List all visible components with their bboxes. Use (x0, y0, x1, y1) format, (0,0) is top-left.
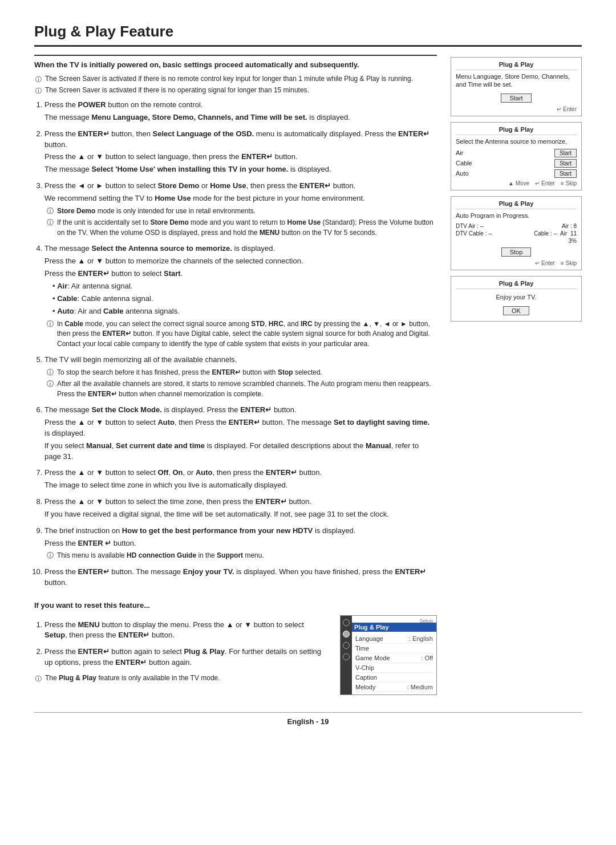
setup-menu-box: Setup Plug & Play Language : English Tim… (340, 615, 437, 695)
sub-note-store-demo: ⓘ Store Demo mode is only intended for u… (47, 206, 437, 216)
step-1: Press the POWER button on the remote con… (44, 100, 437, 123)
hd-guide-note: ⓘ This menu is available HD connection G… (47, 551, 437, 560)
tv-screen-3-nav: ↵ Enter ≡ Skip (456, 260, 577, 266)
tv-screen-2-air: Air Start (456, 149, 577, 157)
tv-dtv-cable-row: DTV Cable : -- Cable : -- Air 11 (456, 230, 577, 237)
tv-stop-btn[interactable]: Stop (501, 247, 532, 257)
tv-screen-1-start-btn[interactable]: Start (501, 94, 531, 103)
tv-label-cable: Cable (456, 160, 472, 166)
tv-screen-2: Plug & Play Select the Antenna source to… (451, 122, 582, 190)
footer: English - 19 (34, 712, 582, 726)
setup-row-time: Time (355, 644, 433, 653)
sub-note-icon-2: ⓘ (47, 218, 54, 238)
stop-note: ⓘ To stop the search before it has finis… (47, 368, 437, 377)
tv-screen-3-btn-row: Stop (456, 246, 577, 258)
hd-guide-note-icon: ⓘ (47, 551, 54, 560)
setup-sidebar (341, 616, 352, 694)
tv-cable-start-btn[interactable]: Start (554, 159, 577, 168)
tv-label-air: Air (456, 149, 463, 156)
tv-screen-1-btn-row: Start (456, 92, 577, 104)
tv-screen-1-title: Plug & Play (456, 61, 577, 70)
note-icon-1: ⓘ (35, 75, 42, 84)
intro-note-1: ⓘ The Screen Saver is activated if there… (34, 75, 437, 84)
tv-screen-1-nav: ↵ Enter (456, 106, 577, 112)
cable-note: ⓘ In Cable mode, you can select the corr… (47, 319, 437, 349)
setup-row-language: Language : English (355, 634, 433, 644)
step-8: Press the ▲ or ▼ button to select the ti… (44, 497, 437, 520)
tv-screen-3: Plug & Play Auto Program in Progress. DT… (451, 196, 582, 270)
step-9: The brief instruction on How to get the … (44, 526, 437, 561)
bullet-auto: Auto: Air and Cable antenna signals. (52, 306, 437, 317)
bullet-air: Air: Air antenna signal. (52, 281, 437, 292)
setup-row-game: Game Mode : Off (355, 653, 433, 663)
reset-note: ⓘ The Plug & Play feature is only availa… (34, 674, 326, 683)
tv-screen-4-btn-row: OK (456, 305, 577, 316)
tv-screen-2-nav: ▲ Move ↵ Enter ≡ Skip (456, 180, 577, 186)
reset-section: If you want to reset this feature... Pre… (34, 601, 437, 695)
tv-screen-4-title: Plug & Play (456, 280, 577, 289)
tv-ok-btn[interactable]: OK (503, 306, 529, 315)
setup-icon-4 (343, 653, 350, 660)
steps-list: Press the POWER button on the remote con… (34, 100, 437, 588)
setup-icon-1 (343, 619, 350, 626)
setup-row-melody: Melody : Medium (355, 682, 433, 692)
antenna-bullets: Air: Air antenna signal. Cable: Cable an… (44, 281, 437, 317)
tv-screen-2-title: Plug & Play (456, 126, 577, 135)
reset-steps-list: Press the MENU button to display the men… (34, 620, 326, 668)
tv-screen-2-cable: Cable Start (456, 159, 577, 168)
tv-label-auto: Auto (456, 170, 469, 177)
setup-content-area: Setup Plug & Play Language : English Tim… (352, 616, 436, 694)
tv-screen-4: Plug & Play Enjoy your TV. OK (451, 276, 582, 322)
setup-row-caption: Caption (355, 673, 433, 682)
tv-screen-1-msg: Menu Language, Store Demo, Channels, and… (456, 72, 577, 89)
tv-screen-2-msg: Select the Antenna source to memorize. (456, 137, 577, 145)
reset-step-1: Press the MENU button to display the men… (44, 620, 326, 641)
step-4: The message Select the Antenna source to… (44, 243, 437, 349)
setup-row-vchip: V-Chip (355, 663, 433, 673)
stop-note-icon: ⓘ (47, 368, 54, 377)
step-3: Press the ◄ or ► button to select Store … (44, 181, 437, 238)
tv-percent: 3% (569, 238, 577, 244)
bullet-cable: Cable: Cable antenna signal. (52, 294, 437, 304)
tv-screen-3-title: Plug & Play (456, 200, 577, 209)
tv-dtv-air-row: DTV Air : -- Air : 8 (456, 223, 577, 229)
setup-icon-3 (343, 642, 350, 649)
tv-screen-1: Plug & Play Menu Language, Store Demo, C… (451, 57, 582, 116)
tv-screen-2-auto: Auto Start (456, 169, 577, 178)
note-icon-2: ⓘ (35, 87, 42, 95)
reset-step-2: Press the ENTER↵ button again to select … (44, 647, 326, 668)
page-title: Plug & Play Feature (34, 23, 582, 47)
step-7: Press the ▲ or ▼ button to select Off, O… (44, 468, 437, 491)
reset-steps: Press the MENU button to display the men… (34, 615, 326, 695)
sub-note-store-demo-2: ⓘ If the unit is accidentally set to Sto… (47, 218, 437, 238)
tv-enjoy-msg: Enjoy your TV. (456, 294, 577, 300)
tv-percent-row: 3% (456, 238, 577, 244)
main-content: When the TV is initially powered on, bas… (34, 55, 437, 695)
tv-air-start-btn[interactable]: Start (554, 149, 577, 157)
cable-note-icon: ⓘ (47, 319, 54, 349)
reset-menu-screen: Setup Plug & Play Language : English Tim… (340, 615, 437, 695)
setup-header: Plug & Play (352, 623, 436, 632)
intro-note-2: ⓘ The Screen Saver is activated if there… (34, 86, 437, 95)
intro-bold: When the TV is initially powered on, bas… (34, 55, 437, 69)
tv-screens-col: Plug & Play Menu Language, Store Demo, C… (451, 55, 582, 695)
step-10: Press the ENTER↵ button. The message Enj… (44, 567, 437, 588)
tv-screen-3-msg: Auto Program in Progress. (456, 212, 577, 220)
footer-text: English - 19 (287, 717, 329, 726)
reset-note-icon: ⓘ (35, 675, 42, 683)
setup-icon-2 (343, 631, 350, 637)
step-5: The TV will begin memorizing all of the … (44, 355, 437, 399)
sub-note-icon: ⓘ (47, 206, 54, 216)
scramble-note-icon: ⓘ (47, 379, 54, 399)
step-6: The message Set the Clock Mode. is displ… (44, 405, 437, 462)
reset-title: If you want to reset this feature... (34, 601, 437, 610)
scramble-note: ⓘ After all the available channels are s… (47, 379, 437, 399)
tv-auto-start-btn[interactable]: Start (554, 169, 577, 178)
step-2: Press the ENTER↵ button, then Select Lan… (44, 129, 437, 175)
